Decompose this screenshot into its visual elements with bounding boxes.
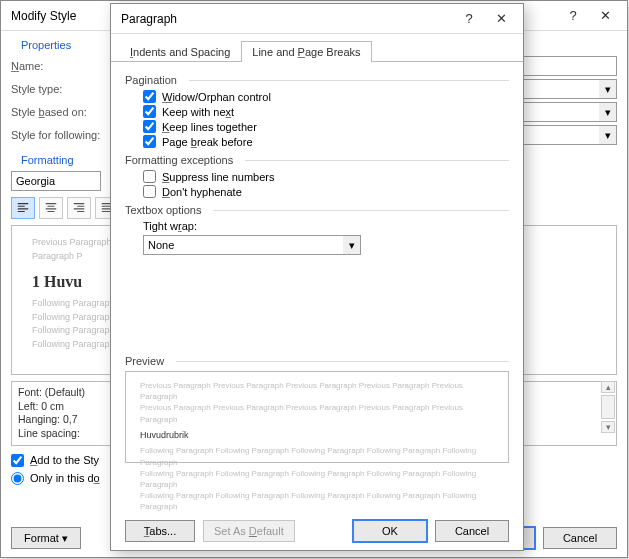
close-icon[interactable]: ✕: [589, 4, 621, 28]
keep-lines-label: Keep lines together: [162, 121, 257, 133]
tight-wrap-select[interactable]: [143, 235, 343, 255]
scroll-down-icon[interactable]: ▾: [601, 421, 615, 433]
chevron-down-icon[interactable]: ▾: [599, 125, 617, 145]
chevron-down-icon[interactable]: ▾: [343, 235, 361, 255]
align-right-button[interactable]: [67, 197, 91, 219]
preview-prev-line1: Previous Paragraph Previous Paragraph Pr…: [140, 380, 494, 402]
paragraph-tabs: Indents and Spacing Line and Page Breaks: [111, 40, 523, 62]
align-center-button[interactable]: [39, 197, 63, 219]
scroll-up-icon[interactable]: ▴: [601, 381, 615, 393]
tab-line-page-breaks[interactable]: Line and Page Breaks: [241, 41, 371, 62]
preview-main-text: Huvudrubrik: [140, 429, 494, 442]
suppress-line-numbers-checkbox[interactable]: [143, 170, 156, 183]
paragraph-preview-box: Previous Paragraph Previous Paragraph Pr…: [125, 371, 509, 463]
keep-lines-checkbox[interactable]: [143, 120, 156, 133]
widow-orphan-checkbox[interactable]: [143, 90, 156, 103]
add-to-styles-checkbox[interactable]: [11, 454, 24, 467]
dont-hyphenate-label: Don't hyphenate: [162, 186, 242, 198]
paragraph-cancel-button[interactable]: Cancel: [435, 520, 509, 542]
styletype-label: Style type:: [11, 83, 121, 95]
keep-with-next-checkbox[interactable]: [143, 105, 156, 118]
tight-wrap-label: Tight wrap:: [143, 220, 509, 232]
page-break-label: Page break before: [162, 136, 253, 148]
paragraph-body: Pagination Widow/Orphan control Keep wit…: [111, 62, 523, 463]
formatting-exceptions-label: Formatting exceptions: [125, 154, 233, 166]
paragraph-ok-button[interactable]: OK: [353, 520, 427, 542]
widow-orphan-label: Widow/Orphan control: [162, 91, 271, 103]
help-icon[interactable]: ?: [453, 7, 485, 31]
paragraph-title: Paragraph: [121, 12, 177, 26]
preview-follow-line1: Following Paragraph Following Paragraph …: [140, 445, 494, 467]
modify-style-title: Modify Style: [11, 9, 76, 23]
preview-label: Preview: [125, 355, 164, 367]
chevron-down-icon[interactable]: ▾: [599, 102, 617, 122]
basedon-label: Style based on:: [11, 106, 121, 118]
help-icon[interactable]: ?: [557, 4, 589, 28]
preview-prev-line2: Previous Paragraph Previous Paragraph Pr…: [140, 402, 494, 424]
dont-hyphenate-checkbox[interactable]: [143, 185, 156, 198]
format-menu-button[interactable]: Format ▾: [11, 527, 81, 549]
textbox-options-label: Textbox options: [125, 204, 201, 216]
font-family-select[interactable]: [11, 171, 101, 191]
chevron-down-icon[interactable]: ▾: [599, 79, 617, 99]
tab-indents-spacing[interactable]: Indents and Spacing: [119, 41, 241, 62]
close-icon[interactable]: ✕: [485, 7, 517, 31]
suppress-line-numbers-label: Suppress line numbers: [162, 171, 275, 183]
tabs-button[interactable]: Tabs...: [125, 520, 195, 542]
align-left-button[interactable]: [11, 197, 35, 219]
scroll-thumb[interactable]: [601, 395, 615, 419]
modify-cancel-button[interactable]: Cancel: [543, 527, 617, 549]
only-this-doc-radio[interactable]: [11, 472, 24, 485]
paragraph-titlebar: Paragraph ? ✕: [111, 4, 523, 34]
preview-follow-line2: Following Paragraph Following Paragraph …: [140, 468, 494, 490]
only-this-doc-label: Only in this do: [30, 472, 100, 484]
page-break-checkbox[interactable]: [143, 135, 156, 148]
followstyle-label: Style for following:: [11, 129, 121, 141]
preview-follow-line3: Following Paragraph Following Paragraph …: [140, 490, 494, 512]
keep-with-next-label: Keep with next: [162, 106, 234, 118]
pagination-label: Pagination: [125, 74, 177, 86]
set-default-button[interactable]: Set As Default: [203, 520, 295, 542]
paragraph-dialog: Paragraph ? ✕ Indents and Spacing Line a…: [110, 3, 524, 551]
add-to-styles-label: Add to the Sty: [30, 454, 99, 466]
name-label: Name:: [11, 60, 121, 72]
